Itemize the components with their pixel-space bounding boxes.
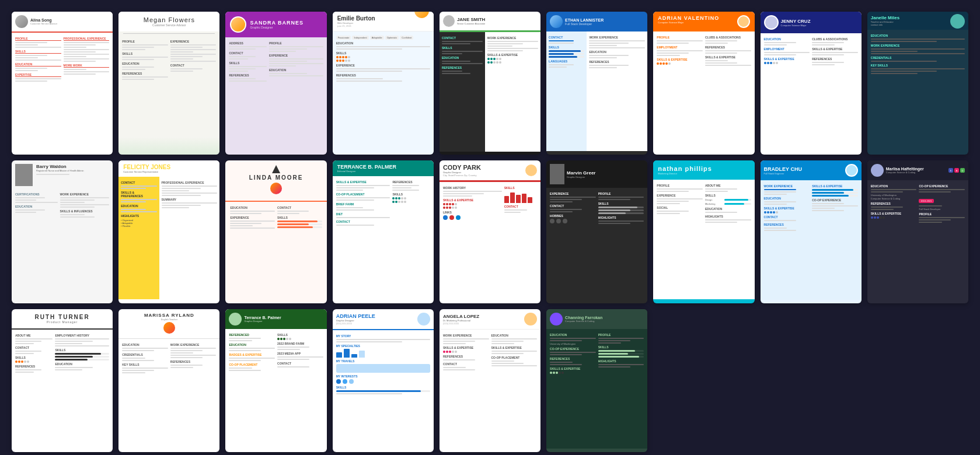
bradley-name: BRADLEY CHU bbox=[764, 166, 802, 172]
channing-name: Channing Farrokan bbox=[565, 316, 602, 320]
megan-name: Megan Flowers bbox=[123, 16, 215, 23]
nathan-name: nathan phillips bbox=[658, 165, 749, 172]
terrance2-subtitle: Graphic Designer bbox=[244, 320, 281, 323]
resume-card-felicity-jones[interactable]: FELICITY JONES Customer Service Represen… bbox=[118, 160, 219, 303]
resume-card-terrance-palmer-2[interactable]: Terrance B. Palmer Graphic Designer Refe… bbox=[225, 309, 326, 452]
alina-subtitle: Customer Service Advisor bbox=[30, 22, 57, 25]
bradley-subtitle: Full Stack Engineer bbox=[764, 172, 802, 175]
resume-card-adrian-peele[interactable]: Adrian Peele Graphic Designer (555) 555-… bbox=[333, 309, 434, 452]
cody-name: CODY PARK bbox=[443, 164, 481, 171]
marissa-subtitle: English Teacher bbox=[123, 318, 215, 321]
resume-card-bradley-chu[interactable]: BRADLEY CHU Full Stack Engineer Work Exp… bbox=[761, 160, 862, 303]
resume-gallery: Alina Song Customer Service Advisor Prof… bbox=[12, 12, 968, 452]
jane-name: JANE SMITH bbox=[457, 17, 485, 22]
felicity-name: FELICITY JONES bbox=[123, 164, 215, 170]
marlisa-subtitle: Computer Science & Coding bbox=[886, 171, 924, 174]
resume-card-ethan-lannister[interactable]: ETHAN LANNISTER Full Stack Developer Con… bbox=[546, 12, 647, 155]
resume-card-jenny-cruz[interactable]: JENNY CRUZ Computer Science Major Educat… bbox=[761, 12, 862, 155]
nathan-subtitle: Marketing Director bbox=[658, 172, 749, 175]
barry-subtitle: Registered Nurse and Master of Health Ad… bbox=[36, 169, 84, 172]
resume-card-linda-moore[interactable]: LINDA MOORE Education Experience Contact bbox=[225, 160, 326, 303]
marvin-name: Marvin Greer bbox=[567, 170, 595, 176]
resume-card-marissa-ryland[interactable]: Marissa Ryland English Teacher Education… bbox=[118, 309, 219, 452]
ethan-name: ETHAN LANNISTER bbox=[565, 18, 604, 22]
felicity-subtitle: Customer Service Representative bbox=[123, 170, 215, 173]
adrianp-name: Adrian Peele bbox=[336, 313, 375, 319]
resume-card-nathan-phillips[interactable]: nathan phillips Marketing Director Profi… bbox=[653, 160, 754, 303]
resume-card-emilie-burton[interactable]: Emilie Burton Web Developer june 25, 202… bbox=[333, 12, 434, 155]
resume-card-adrian-valentino[interactable]: ADRIAN VALENTINO Computer Science Major … bbox=[653, 12, 754, 155]
alina-name: Alina Song bbox=[30, 18, 57, 22]
resume-card-marlisa[interactable]: Marlisa Haffeltinger Computer Science & … bbox=[867, 160, 968, 303]
resume-card-ruth-turner[interactable]: RUTH TURNER Product Manager About Me Con… bbox=[12, 309, 113, 452]
jane-subtitle: Senior Customer Associate bbox=[457, 22, 485, 25]
resume-card-sandra-barnes[interactable]: SANDRA BARNES Graphic Designer Address C… bbox=[225, 12, 326, 155]
resume-card-alina-song[interactable]: Alina Song Customer Service Advisor Prof… bbox=[12, 12, 113, 155]
sandra-name: SANDRA BARNES bbox=[250, 20, 304, 26]
ruth-subtitle: Product Manager bbox=[16, 320, 108, 324]
resume-card-megan-flowers[interactable]: Megan Flowers Customer Service Advisor P… bbox=[118, 12, 219, 155]
resume-card-jane-smith[interactable]: JANE SMITH Senior Customer Associate Con… bbox=[440, 12, 540, 155]
jenny-name: JENNY CRUZ bbox=[781, 19, 811, 24]
resume-card-channing-farrokan[interactable]: Channing Farrokan Computer Science & Cod… bbox=[546, 309, 647, 452]
emilie-name: Emilie Burton bbox=[337, 15, 375, 22]
channing-subtitle: Computer Science & Coding bbox=[565, 320, 602, 323]
resume-card-terrance-palmer[interactable]: TERRANCE B. PALMER Editorial Designer Sk… bbox=[333, 160, 434, 303]
marlisa-name: Marlisa Haffeltinger bbox=[886, 167, 924, 171]
barry-name: Barry Waldon bbox=[36, 164, 84, 169]
jenny-subtitle: Computer Science Major bbox=[781, 24, 811, 27]
marvin-subtitle: Graphic Designer bbox=[567, 176, 595, 178]
sandra-subtitle: Graphic Designer bbox=[250, 26, 304, 29]
angela-name: ANGELA LOPEZ bbox=[443, 314, 479, 319]
marissa-name: Marissa Ryland bbox=[123, 313, 215, 318]
ruth-name: RUTH TURNER bbox=[16, 314, 108, 320]
terrance-subtitle: Editorial Designer bbox=[337, 170, 429, 173]
adrian-subtitle: Computer Science Major bbox=[658, 21, 719, 24]
terrance-name: TERRANCE B. PALMER bbox=[337, 164, 429, 170]
resume-card-janelle-miles[interactable]: Janelle Miles Teacher and Educator conta… bbox=[867, 12, 968, 155]
terrance2-name: Terrance B. Palmer bbox=[244, 316, 281, 320]
ethan-subtitle: Full Stack Developer bbox=[565, 22, 604, 26]
resume-card-barry-waldon[interactable]: Barry Waldon Registered Nurse and Master… bbox=[12, 160, 113, 303]
linda-name: LINDA MOORE bbox=[230, 174, 322, 181]
adrian-name: ADRIAN VALENTINO bbox=[658, 15, 719, 21]
megan-subtitle: Customer Service Advisor bbox=[123, 23, 215, 27]
resume-card-angela-lopez[interactable]: ANGELA LOPEZ Dr. Marketing Professional … bbox=[440, 309, 540, 452]
resume-card-cody-park[interactable]: CODY PARK Graphic Designer City, State/P… bbox=[440, 160, 540, 303]
resume-card-marvin-greer[interactable]: Marvin Greer Graphic Designer Experience… bbox=[546, 160, 647, 303]
